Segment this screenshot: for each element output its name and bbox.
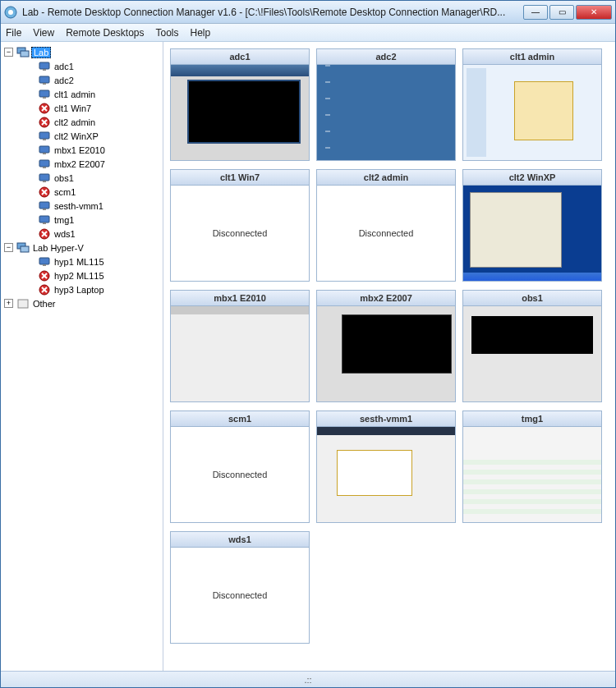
tree-label[interactable]: adc1	[53, 62, 76, 71]
tree-item[interactable]: obs1	[2, 171, 161, 185]
thumbnail-body[interactable]	[463, 65, 601, 160]
tree-label[interactable]: hyp2 ML115	[53, 271, 106, 281]
tree-group-lab[interactable]: −Lab	[2, 45, 161, 59]
thumbnail-body[interactable]	[171, 65, 309, 160]
thumbnail[interactable]: mbx2 E2007	[316, 290, 456, 402]
thumbnail[interactable]: adc2	[316, 48, 456, 161]
tree-item[interactable]: hyp2 ML115	[2, 268, 161, 282]
thumbnail[interactable]: wds1Disconnected	[170, 531, 310, 644]
minimize-button[interactable]: —	[523, 5, 548, 20]
tree-item[interactable]: hyp1 ML115	[2, 255, 161, 268]
tree-item[interactable]: clt1 Win7	[2, 101, 161, 115]
thumbnail[interactable]: clt1 Win7Disconnected	[170, 169, 310, 282]
thumbnail-title[interactable]: clt1 admin	[463, 49, 601, 65]
computer-icon	[38, 256, 51, 268]
tree-label[interactable]: clt1 Win7	[53, 103, 93, 113]
thumbnail-body[interactable]	[317, 65, 455, 160]
titlebar[interactable]: Lab - Remote Desktop Connection Manager …	[1, 1, 615, 24]
thumbnail-title[interactable]: mbx2 E2007	[317, 291, 455, 306]
thumbnail-title[interactable]: sesth-vmm1	[317, 411, 455, 427]
thumbnail-preview	[317, 306, 455, 401]
thumbnail-title[interactable]: clt1 Win7	[171, 170, 309, 186]
menu-file[interactable]: File	[6, 27, 21, 39]
thumbnail-body[interactable]: Disconnected	[171, 186, 309, 281]
tree-item[interactable]: mbx1 E2010	[2, 143, 161, 157]
thumbnail-title[interactable]: adc2	[317, 49, 455, 65]
computer-icon	[38, 200, 51, 212]
tree-item[interactable]: tmg1	[2, 213, 161, 227]
close-button[interactable]: ✕	[576, 5, 612, 20]
thumbnail[interactable]: obs1	[462, 290, 602, 402]
tree-item[interactable]: clt2 admin	[2, 115, 161, 129]
thumbnail-body[interactable]: Disconnected	[171, 548, 309, 643]
maximize-button[interactable]: ▭	[549, 5, 574, 20]
thumbnail-title[interactable]: adc1	[171, 49, 309, 65]
thumbnail-title[interactable]: mbx1 E2010	[171, 291, 309, 306]
tree-item[interactable]: mbx2 E2007	[2, 157, 161, 171]
menu-tools[interactable]: Tools	[156, 27, 179, 39]
thumbnail-title[interactable]: obs1	[463, 291, 601, 306]
svg-rect-37	[43, 264, 46, 266]
tree-label[interactable]: mbx1 E2010	[53, 145, 107, 155]
tree-label[interactable]: Lab	[31, 47, 51, 58]
tree-label[interactable]: Lab Hyper-V	[31, 243, 85, 253]
thumbnail[interactable]: clt1 admin	[462, 48, 602, 161]
tree-item[interactable]: wds1	[2, 227, 161, 241]
thumbnail-title[interactable]: wds1	[171, 532, 309, 548]
thumbnail-body[interactable]: Disconnected	[171, 427, 309, 522]
tree-panel[interactable]: −Labadc1adc2clt1 adminclt1 Win7clt2 admi…	[1, 42, 163, 671]
thumbnail-body[interactable]: Disconnected	[317, 186, 455, 281]
tree-label[interactable]: scm1	[53, 187, 77, 197]
tree-label[interactable]: adc2	[53, 76, 76, 85]
tree-item[interactable]: clt2 WinXP	[2, 129, 161, 143]
tree-item[interactable]: adc2	[2, 73, 161, 87]
thumbnail[interactable]: adc1	[170, 48, 310, 161]
tree-label[interactable]: sesth-vmm1	[53, 201, 105, 211]
tree-label[interactable]: obs1	[53, 173, 76, 183]
thumbnail-area[interactable]: adc1adc2clt1 adminclt1 Win7Disconnectedc…	[163, 42, 615, 671]
thumbnail-body[interactable]	[171, 306, 309, 401]
thumbnail[interactable]: tmg1	[462, 411, 602, 523]
thumbnail[interactable]: scm1Disconnected	[170, 411, 310, 523]
tree-item[interactable]: adc1	[2, 59, 161, 73]
thumbnail-body[interactable]	[463, 186, 601, 281]
collapse-icon[interactable]: −	[4, 243, 13, 252]
thumbnail-body[interactable]	[317, 306, 455, 401]
collapse-icon[interactable]: −	[4, 48, 13, 57]
thumbnail-body[interactable]	[463, 427, 601, 522]
tree-label[interactable]: clt2 admin	[53, 117, 97, 127]
tree-label[interactable]: tmg1	[53, 215, 76, 225]
thumbnail-body[interactable]	[317, 427, 455, 522]
expand-icon[interactable]: +	[4, 299, 13, 308]
thumbnail-title[interactable]: tmg1	[463, 411, 601, 427]
tree-item[interactable]: sesth-vmm1	[2, 199, 161, 213]
thumbnail[interactable]: sesth-vmm1	[316, 411, 456, 523]
thumbnail[interactable]: clt2 adminDisconnected	[316, 169, 456, 282]
thumbnail[interactable]: mbx1 E2010	[170, 290, 310, 402]
menu-help[interactable]: Help	[191, 27, 211, 39]
tree-group-other[interactable]: +Other	[2, 296, 161, 310]
tree-label[interactable]: clt1 admin	[53, 89, 97, 99]
tree-label[interactable]: Other	[31, 299, 57, 309]
thumbnail-body[interactable]	[463, 306, 601, 401]
thumbnail-title[interactable]: clt2 admin	[317, 170, 455, 186]
content-area: −Labadc1adc2clt1 adminclt1 Win7clt2 admi…	[1, 42, 615, 671]
tree-item[interactable]: clt1 admin	[2, 87, 161, 101]
tree-item[interactable]: scm1	[2, 185, 161, 199]
thumbnail[interactable]: clt2 WinXP	[462, 169, 602, 282]
svg-rect-29	[39, 216, 49, 222]
thumbnail-title[interactable]: scm1	[171, 411, 309, 427]
tree-label[interactable]: mbx2 E2007	[53, 159, 107, 169]
tree-item[interactable]: hyp3 Laptop	[2, 282, 161, 296]
tree-group-hyperv[interactable]: −Lab Hyper-V	[2, 241, 161, 255]
menu-view[interactable]: View	[33, 27, 54, 39]
menu-remote-desktops[interactable]: Remote Desktops	[66, 27, 144, 39]
tree-label[interactable]: wds1	[53, 229, 77, 239]
thumbnail-preview	[317, 427, 455, 522]
tree-label[interactable]: hyp1 ML115	[53, 257, 106, 267]
computer-icon	[38, 75, 51, 86]
svg-rect-8	[39, 90, 49, 97]
thumbnail-title[interactable]: clt2 WinXP	[463, 170, 601, 186]
tree-label[interactable]: clt2 WinXP	[53, 131, 100, 141]
tree-label[interactable]: hyp3 Laptop	[53, 285, 106, 295]
